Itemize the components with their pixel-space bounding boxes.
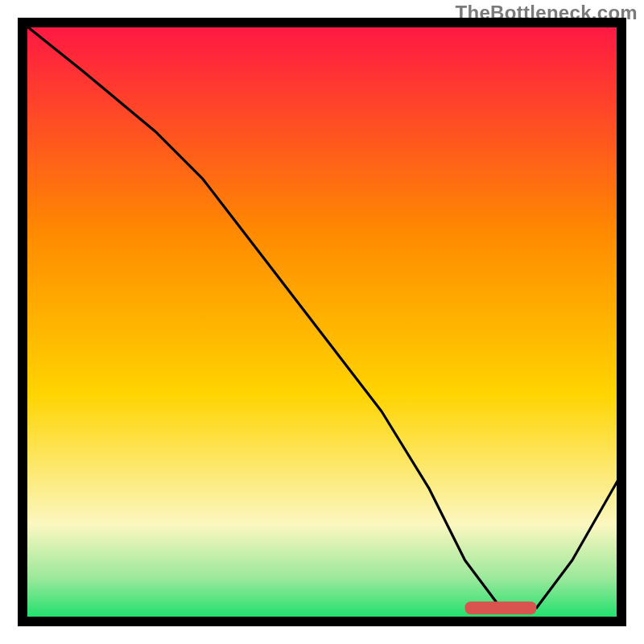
plot-area	[24, 24, 620, 620]
bottleneck-chart: TheBottleneck.com	[0, 0, 644, 644]
chart-svg	[0, 0, 644, 644]
optimum-marker	[465, 601, 537, 614]
gradient-background	[24, 24, 620, 620]
